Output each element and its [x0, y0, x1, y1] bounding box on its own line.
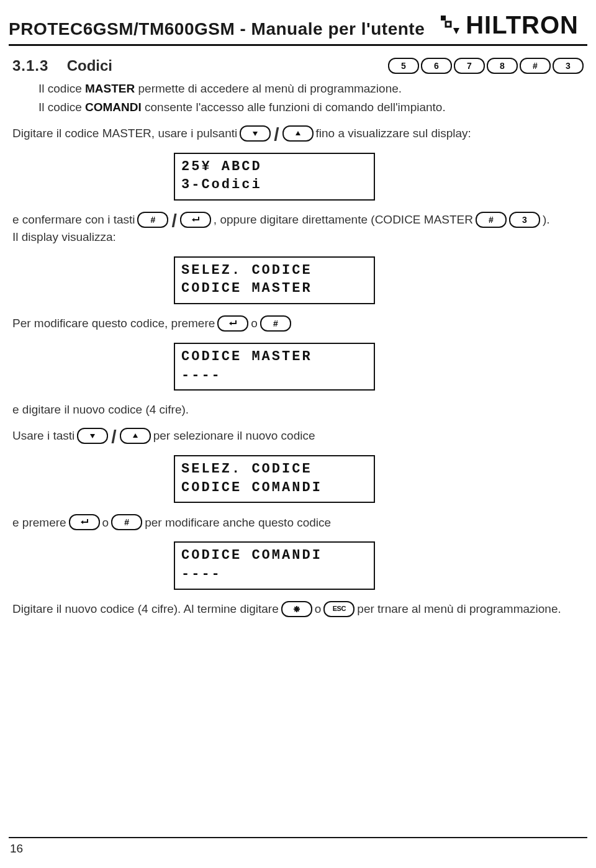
svg-marker-5	[192, 218, 194, 222]
section-title: Codici	[67, 57, 112, 74]
esc-key: ESC	[323, 601, 354, 617]
text: fino a visualizzare sul display:	[316, 125, 471, 142]
text: Il codice	[38, 82, 85, 95]
lcd-line: SELEZ. CODICE	[181, 261, 368, 280]
text-bold: COMANDI	[85, 101, 142, 114]
svg-marker-8	[133, 433, 138, 438]
paragraph-display-shows: Il display visualizza:	[12, 229, 584, 245]
arrow-down-icon	[240, 125, 271, 142]
svg-marker-1	[453, 28, 459, 34]
lcd-display-1: 25¥ ABCD 3-Codici	[174, 153, 375, 201]
text: consente l'accesso alle funzioni di coma…	[142, 101, 446, 114]
arrow-up-icon	[120, 428, 151, 444]
lcd-line: CODICE MASTER	[181, 348, 368, 366]
text: e confermare con i tasti	[12, 212, 135, 228]
text: e premere	[12, 515, 66, 531]
paragraph-enter-4: e digitare il nuovo codice (4 cifre).	[12, 402, 584, 418]
svg-rect-0	[441, 16, 446, 20]
brand-logo: HILTRON	[437, 11, 579, 39]
paragraph-select-next: Usare i tasti / per selezionare il nuovo…	[12, 428, 584, 444]
paragraph-comandi: Il codice COMANDI consente l'accesso all…	[38, 99, 584, 115]
text: per selezionare il nuovo codice	[153, 428, 315, 444]
lcd-line: ----	[181, 565, 368, 584]
paragraph-confirm: e confermare con i tasti # / , oppure di…	[12, 212, 584, 228]
page-header: PROTEC6GSM/TM600GSM - Manuale per l'uten…	[0, 0, 596, 43]
text: ).	[543, 212, 550, 228]
key-6: 6	[421, 58, 452, 74]
paragraph-digit-master: Digitare il codice MASTER, usare i pulsa…	[12, 125, 584, 142]
enter-icon	[217, 315, 248, 332]
page-content: 3.1.3 Codici 5 6 7 8 # 3 Il codice MASTE…	[0, 46, 596, 617]
lcd-line: 3-Codici	[181, 176, 368, 194]
paragraph-modify-master: Per modificare questo codice, premere o …	[12, 315, 584, 332]
brand-mark-icon	[437, 13, 462, 38]
page-number: 16	[10, 842, 23, 856]
section-number: 3.1.3	[12, 57, 48, 74]
key-hash: #	[520, 58, 551, 74]
brand-name: HILTRON	[466, 11, 579, 39]
text: o	[315, 601, 322, 617]
slash-icon: /	[171, 215, 177, 227]
paragraph-modify-comandi: e premere o # per modificare anche quest…	[12, 514, 584, 530]
text: Digitare il codice MASTER, usare i pulsa…	[12, 125, 237, 142]
text: Il codice	[38, 101, 85, 114]
text: Per modificare questo codice, premere	[12, 315, 215, 332]
text: per trnare al menù di programmazione.	[357, 601, 561, 617]
section-heading: 3.1.3 Codici	[12, 56, 112, 76]
text: permette di accedere al menù di programm…	[135, 82, 402, 95]
lcd-display-3: CODICE MASTER ----	[174, 343, 375, 391]
key-8: 8	[487, 58, 518, 74]
key-7: 7	[454, 58, 485, 74]
lcd-line: CODICE COMANDI	[181, 546, 368, 565]
section-heading-row: 3.1.3 Codici 5 6 7 8 # 3	[12, 56, 584, 76]
text: Digitare il nuovo codice (4 cifre). Al t…	[12, 601, 279, 617]
key-3: 3	[509, 212, 540, 228]
text-bold: MASTER	[85, 82, 135, 95]
svg-marker-3	[253, 132, 258, 136]
star-icon	[281, 601, 312, 617]
arrow-up-icon	[282, 125, 314, 142]
lcd-line: CODICE COMANDI	[181, 479, 368, 497]
svg-marker-4	[296, 131, 300, 135]
text: , oppure digitare direttamente (CODICE M…	[214, 212, 473, 228]
key-3: 3	[553, 58, 584, 74]
lcd-line: CODICE MASTER	[181, 279, 368, 298]
lcd-display-4: SELEZ. CODICE CODICE COMANDI	[174, 455, 375, 503]
text: per modificare anche questo codice	[145, 515, 331, 531]
key-hash: #	[111, 514, 142, 530]
slash-icon: /	[111, 431, 117, 443]
key-hash: #	[476, 212, 507, 228]
paragraph-final: Digitare il nuovo codice (4 cifre). Al t…	[12, 601, 584, 617]
lcd-line: ----	[181, 366, 368, 385]
key-hash: #	[260, 315, 291, 332]
text: o	[251, 315, 258, 332]
text: Usare i tasti	[12, 428, 74, 444]
svg-marker-9	[81, 520, 83, 524]
lcd-line: 25¥ ABCD	[181, 158, 368, 176]
enter-icon	[180, 212, 211, 228]
lcd-display-2: SELEZ. CODICE CODICE MASTER	[174, 256, 375, 304]
arrow-down-icon	[77, 428, 108, 444]
lcd-display-5: CODICE COMANDI ----	[174, 541, 375, 589]
svg-rect-2	[446, 22, 451, 27]
lcd-line: SELEZ. CODICE	[181, 460, 368, 479]
key-5: 5	[388, 58, 419, 74]
footer-rule	[9, 837, 587, 838]
svg-marker-7	[90, 434, 95, 438]
paragraph-master: Il codice MASTER permette di accedere al…	[38, 81, 584, 97]
key-hash: #	[137, 212, 168, 228]
svg-marker-6	[229, 322, 232, 325]
enter-icon	[69, 514, 100, 530]
doc-title: PROTEC6GSM/TM600GSM - Manuale per l'uten…	[9, 19, 425, 39]
slash-icon: /	[273, 129, 279, 141]
text: o	[102, 515, 109, 531]
key-sequence: 5 6 7 8 # 3	[388, 58, 584, 74]
